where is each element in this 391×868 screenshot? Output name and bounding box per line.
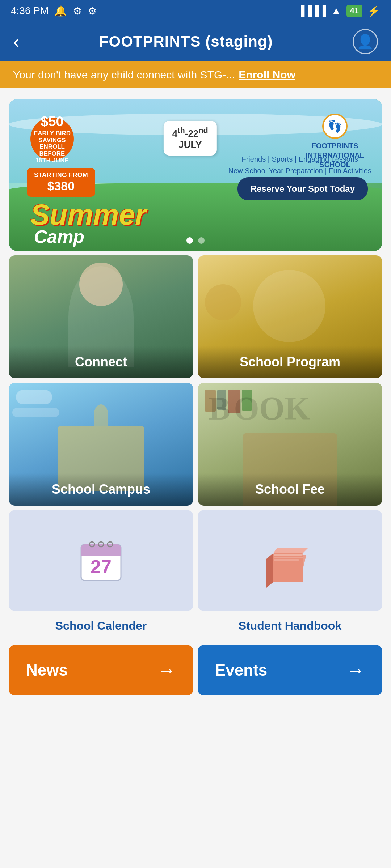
icon-cards-labels: School Calender Student Handbook bbox=[9, 616, 382, 636]
school-calender-card[interactable]: 27 bbox=[9, 510, 193, 611]
price-50-value: $50 bbox=[41, 114, 63, 130]
enroll-now-link[interactable]: Enroll Now bbox=[239, 69, 295, 81]
grid-cards-section: Connect School Program School Campus bbox=[9, 255, 382, 506]
school-calender-label: School Calender bbox=[9, 616, 193, 636]
app-header: ‹ FOOTPRINTS (staging) 👤 bbox=[0, 22, 391, 61]
reserve-button[interactable]: Reserve Your Spot Today bbox=[237, 177, 368, 200]
svg-marker-10 bbox=[273, 548, 308, 553]
news-arrow-icon: → bbox=[157, 659, 176, 681]
starting-from-label: STARTING FROM bbox=[34, 171, 88, 179]
price-badge-380: STARTING FROM $380 bbox=[27, 168, 95, 197]
svg-rect-13 bbox=[274, 559, 299, 561]
back-button[interactable]: ‹ bbox=[13, 31, 19, 52]
events-label: Events bbox=[215, 661, 267, 679]
avatar-button[interactable]: 👤 bbox=[353, 29, 378, 54]
charging-icon: ⚡ bbox=[367, 5, 380, 17]
wifi-icon: ▲ bbox=[331, 5, 341, 17]
events-arrow-icon: → bbox=[346, 659, 365, 681]
activities-text: Friends | Sports | Engaging LessonsNew S… bbox=[228, 153, 371, 176]
school-program-card-label: School Program bbox=[198, 346, 382, 378]
price-380-value: $380 bbox=[34, 179, 88, 193]
connect-card-label: Connect bbox=[9, 346, 193, 378]
price-badge-50: $50 EARLY BIRDSAVINGSENROLL BEFORE15TH J… bbox=[30, 117, 74, 161]
summer-text: Summer bbox=[30, 200, 146, 229]
connect-card[interactable]: Connect bbox=[9, 255, 193, 378]
carousel-dots bbox=[186, 237, 205, 244]
book-icon bbox=[263, 533, 317, 588]
status-time: 4:36 PM bbox=[11, 5, 49, 17]
dot-1[interactable] bbox=[186, 237, 193, 244]
enroll-banner: Your don't have any child connect with S… bbox=[0, 61, 391, 88]
avatar-icon: 👤 bbox=[357, 34, 374, 50]
bottom-nav: News → Events → bbox=[9, 645, 382, 695]
student-handbook-label: Student Handbook bbox=[198, 616, 382, 636]
camp-text: Camp bbox=[34, 226, 84, 247]
battery-indicator: 41 bbox=[346, 5, 362, 17]
svg-marker-9 bbox=[266, 553, 273, 588]
date-badge: 4th-22nd JULY bbox=[164, 121, 217, 156]
svg-rect-11 bbox=[274, 554, 303, 556]
school-campus-card-label: School Campus bbox=[9, 473, 193, 506]
icon-cards-section: 27 bbox=[9, 510, 382, 611]
school-program-card[interactable]: School Program bbox=[198, 255, 382, 378]
news-button[interactable]: News → bbox=[9, 645, 193, 695]
calendar-icon: 27 bbox=[76, 535, 126, 586]
svg-rect-12 bbox=[274, 557, 303, 558]
status-bar: 4:36 PM 🔔 ⚙ ⚙ ▐▐▐▐ ▲ 41 ⚡ bbox=[0, 0, 391, 22]
news-label: News bbox=[26, 661, 68, 679]
svg-text:27: 27 bbox=[91, 556, 112, 577]
logo-circle: 👣 bbox=[322, 114, 348, 139]
student-handbook-card[interactable] bbox=[198, 510, 382, 611]
events-button[interactable]: Events → bbox=[198, 645, 382, 695]
school-fee-card-label: School Fee bbox=[198, 473, 382, 506]
reserve-label: Reserve Your Spot Today bbox=[251, 184, 355, 193]
svg-rect-2 bbox=[81, 552, 121, 556]
app-title: FOOTPRINTS (staging) bbox=[99, 33, 273, 50]
banner-text: Your don't have any child connect with S… bbox=[13, 69, 235, 81]
mute-icon: 🔔 bbox=[54, 5, 67, 17]
school-fee-card[interactable]: B O O K School Fee bbox=[198, 383, 382, 506]
date-from: 4th-22nd bbox=[172, 128, 208, 139]
summer-camp-card: $50 EARLY BIRDSAVINGSENROLL BEFORE15TH J… bbox=[9, 99, 382, 251]
signal-icon: ▐▐▐▐ bbox=[297, 5, 326, 17]
settings-icon-2: ⚙ bbox=[88, 5, 97, 17]
dot-2[interactable] bbox=[198, 237, 205, 244]
settings-icon: ⚙ bbox=[73, 5, 82, 17]
early-bird-note: EARLY BIRDSAVINGSENROLL BEFORE15TH JUNE bbox=[30, 130, 74, 164]
date-month: JULY bbox=[178, 139, 202, 150]
school-campus-card[interactable]: School Campus bbox=[9, 383, 193, 506]
